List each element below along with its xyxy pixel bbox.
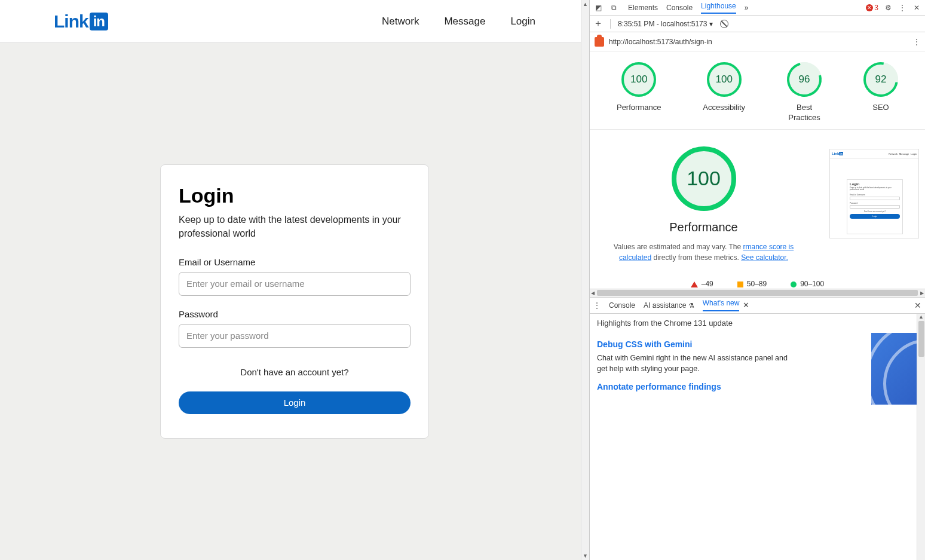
- no-account-link[interactable]: Don't have an account yet?: [179, 367, 411, 377]
- score-seo[interactable]: 92 SEO: [863, 62, 898, 123]
- lighthouse-h-scrollbar[interactable]: ◀ ▶: [590, 289, 925, 297]
- nav-login[interactable]: Login: [510, 16, 535, 27]
- inspect-icon[interactable]: ◩: [593, 4, 603, 12]
- app-scrollbar[interactable]: ▲ ▼: [581, 0, 589, 560]
- report-url: http://localhost:5173/auth/sign-in: [609, 38, 908, 46]
- scrollbar-thumb[interactable]: [597, 290, 918, 296]
- tab-lighthouse[interactable]: Lighthouse: [701, 2, 736, 14]
- password-field[interactable]: [179, 324, 411, 348]
- app-header: Linkin Network Message Login: [0, 0, 589, 43]
- gauge-accessibility: 100: [707, 62, 742, 97]
- page-screenshot-thumb: Linkin NetworkMessageLogin Login Keep up…: [829, 149, 919, 238]
- scroll-up-icon[interactable]: ▲: [583, 0, 588, 8]
- performance-description: Values are estimated and may vary. The r…: [596, 241, 811, 263]
- device-toggle-icon[interactable]: ⧉: [609, 4, 618, 12]
- error-count: 3: [874, 4, 878, 12]
- performance-section: 100 Performance Values are estimated and…: [590, 130, 925, 269]
- whatsnew-item-1: Debug CSS with Gemini Chat with Gemini r…: [597, 339, 918, 375]
- gauge-performance: 100: [621, 62, 656, 97]
- error-icon: ✕: [866, 4, 873, 11]
- login-card: Login Keep up to date with the latest de…: [160, 164, 429, 439]
- tab-console[interactable]: Console: [666, 4, 693, 12]
- report-url-bar: http://localhost:5173/auth/sign-in ⋮: [590, 32, 925, 51]
- tab-elements[interactable]: Elements: [628, 4, 658, 12]
- devtools-top-bar: ◩ ⧉ Elements Console Lighthouse » ✕3 ⚙ ⋮…: [590, 0, 925, 16]
- scroll-down-icon[interactable]: ▼: [583, 552, 588, 560]
- label-accessibility: Accessibility: [703, 103, 745, 113]
- drawer-body: Highlights from the Chrome 131 update De…: [590, 314, 925, 561]
- email-field[interactable]: [179, 272, 411, 296]
- drawer-tab-whatsnew[interactable]: What's new: [703, 299, 740, 311]
- nav-message[interactable]: Message: [444, 16, 485, 27]
- settings-gear-icon[interactable]: ⚙: [883, 4, 893, 12]
- app-logo[interactable]: Linkin: [54, 11, 108, 32]
- main-nav: Network Message Login: [382, 16, 535, 27]
- flask-icon: ⚗: [688, 302, 694, 309]
- devtools-panel: ◩ ⧉ Elements Console Lighthouse » ✕3 ⚙ ⋮…: [589, 0, 925, 560]
- label-best-practices: BestPractices: [787, 103, 822, 123]
- scroll-left-icon[interactable]: ◀: [591, 290, 595, 296]
- drawer-menu-icon[interactable]: ⋮: [593, 301, 601, 310]
- clear-icon[interactable]: [720, 20, 728, 28]
- error-count-badge[interactable]: ✕3: [866, 4, 878, 12]
- score-legend: –49 50–89 90–100: [590, 269, 925, 289]
- wn1-body: Chat with Gemini right in the new AI ass…: [597, 353, 788, 375]
- divider: [610, 19, 611, 29]
- logo-suffix-icon: in: [90, 13, 108, 30]
- devtools-tabs: Elements Console Lighthouse »: [628, 2, 748, 14]
- scroll-up-icon[interactable]: ▲: [918, 314, 924, 320]
- score-best-practices[interactable]: 96 BestPractices: [787, 62, 822, 123]
- legend-high: 90–100: [791, 280, 824, 288]
- close-tab-icon[interactable]: ✕: [743, 301, 749, 310]
- score-accessibility[interactable]: 100 Accessibility: [703, 62, 745, 123]
- lighthouse-report[interactable]: 100 Performance 100 Accessibility 96 Bes…: [590, 51, 925, 289]
- report-menu-icon[interactable]: ⋮: [913, 38, 920, 46]
- performance-title: Performance: [596, 221, 811, 234]
- legend-mid: 50–89: [737, 280, 767, 288]
- drawer-tab-ai[interactable]: AI assistance ⚗: [644, 301, 694, 310]
- lighthouse-favicon-icon: [595, 37, 604, 47]
- whatsnew-item-2: Annotate performance findings: [597, 382, 918, 391]
- gauge-best-practices: 96: [787, 62, 822, 97]
- see-calculator-link[interactable]: See calculator.: [741, 253, 788, 262]
- devtools-menu-icon[interactable]: ⋮: [898, 4, 907, 12]
- scrollbar-thumb[interactable]: [918, 321, 924, 357]
- login-subtitle: Keep up to date with the latest developm…: [179, 213, 411, 240]
- logo-text: Link: [54, 11, 88, 32]
- app-viewport: Linkin Network Message Login Login Keep …: [0, 0, 589, 560]
- wn1-title[interactable]: Debug CSS with Gemini: [597, 339, 918, 349]
- nav-network[interactable]: Network: [382, 16, 419, 27]
- devtools-close-icon[interactable]: ✕: [912, 4, 921, 12]
- scroll-right-icon[interactable]: ▶: [920, 290, 924, 296]
- wn2-title[interactable]: Annotate performance findings: [597, 382, 918, 391]
- lighthouse-toolbar: ＋ 8:35:51 PM - localhost:5173 ▾: [590, 16, 925, 32]
- drawer-tab-console[interactable]: Console: [609, 301, 635, 310]
- new-report-icon[interactable]: ＋: [593, 17, 603, 30]
- score-performance[interactable]: 100 Performance: [617, 62, 661, 123]
- label-seo: SEO: [863, 103, 898, 113]
- gauge-seo: 92: [863, 62, 898, 97]
- tabs-overflow-icon[interactable]: »: [745, 4, 749, 12]
- report-selector[interactable]: 8:35:51 PM - localhost:5173 ▾: [618, 20, 713, 28]
- drawer-tabs: ⋮ Console AI assistance ⚗ What's new ✕ ✕: [590, 297, 925, 314]
- login-title: Login: [179, 184, 411, 207]
- email-label: Email or Username: [179, 257, 411, 267]
- big-gauge-performance: 100: [672, 146, 736, 211]
- login-wrap: Login Keep up to date with the latest de…: [0, 43, 589, 560]
- whatsnew-highlights: Highlights from the Chrome 131 update: [597, 319, 918, 328]
- drawer-close-icon[interactable]: ✕: [914, 301, 921, 310]
- legend-low: –49: [691, 280, 713, 288]
- password-label: Password: [179, 309, 411, 319]
- label-performance: Performance: [617, 103, 661, 113]
- score-summary: 100 Performance 100 Accessibility 96 Bes…: [590, 51, 925, 130]
- login-submit-button[interactable]: Login: [179, 391, 411, 414]
- drawer-scrollbar[interactable]: ▲: [917, 314, 925, 561]
